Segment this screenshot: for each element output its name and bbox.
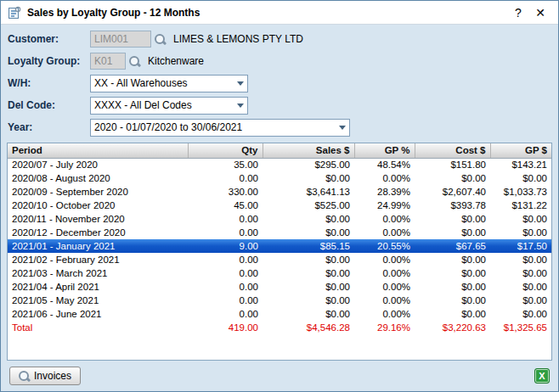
cell-gp-pct: 0.00% bbox=[354, 280, 415, 294]
cell-period: 2020/12 - December 2020 bbox=[8, 226, 188, 239]
table-row[interactable]: 2021/06 - June 20210.00$0.000.00%$0.00$0… bbox=[8, 307, 551, 321]
cell-qty: 0.00 bbox=[188, 266, 263, 280]
cell-sales: $295.00 bbox=[263, 158, 354, 171]
year-row: Year: 2020 - 01/07/2020 to 30/06/2021 bbox=[8, 119, 551, 136]
cell-gp-pct: 0.00% bbox=[354, 226, 415, 239]
cell-sales: $0.00 bbox=[263, 307, 354, 321]
cell-qty: 0.00 bbox=[188, 280, 263, 294]
column-header-cost[interactable]: Cost $ bbox=[415, 143, 490, 158]
table-row[interactable]: 2020/12 - December 20200.00$0.000.00%$0.… bbox=[8, 226, 551, 239]
cell-gp: $0.00 bbox=[490, 253, 551, 266]
period-sales-grid: Period Qty Sales $ GP % Cost $ GP $ 2020… bbox=[7, 143, 552, 361]
invoices-button[interactable]: Invoices bbox=[9, 367, 81, 385]
cell-sales: $3,641.13 bbox=[263, 185, 354, 199]
cell-sales: $0.00 bbox=[263, 212, 354, 226]
cell-period: 2020/10 - October 2020 bbox=[8, 199, 188, 212]
filter-form: Customer: LIM001 LIMES & LEMONS PTY LTD … bbox=[1, 25, 558, 143]
help-button[interactable]: ? bbox=[507, 3, 529, 22]
table-row[interactable]: 2020/09 - September 2020330.00$3,641.132… bbox=[8, 185, 551, 199]
cell-gp: $131.22 bbox=[490, 199, 551, 212]
cell-sales: $0.00 bbox=[263, 266, 354, 280]
chevron-down-icon bbox=[237, 104, 244, 108]
warehouse-label: W/H: bbox=[8, 77, 90, 89]
cell-gp-pct: 24.99% bbox=[354, 199, 415, 212]
table-row[interactable]: 2020/10 - October 202045.00$525.0024.99%… bbox=[8, 199, 551, 212]
table-total-row[interactable]: Total419.00$4,546.2829.16%$3,220.63$1,32… bbox=[8, 321, 551, 334]
cell-cost: $0.00 bbox=[415, 253, 490, 266]
warehouse-select[interactable]: XX - All Warehouses bbox=[90, 75, 248, 92]
cell-period: 2020/11 - November 2020 bbox=[8, 212, 188, 226]
cell-cost: $0.00 bbox=[415, 226, 490, 239]
column-header-sales[interactable]: Sales $ bbox=[263, 143, 354, 158]
del-code-select[interactable]: XXXX - All Del Codes bbox=[90, 97, 248, 115]
cell-gp-pct: 48.54% bbox=[354, 158, 415, 171]
cell-cost: $0.00 bbox=[415, 307, 490, 321]
cell-gp-pct: 0.00% bbox=[354, 212, 415, 226]
cell-sales: $85.15 bbox=[263, 239, 354, 253]
cell-gp-pct: 29.16% bbox=[354, 321, 415, 334]
table-row[interactable]: 2021/05 - May 20210.00$0.000.00%$0.00$0.… bbox=[8, 294, 551, 307]
column-header-period[interactable]: Period bbox=[8, 143, 188, 158]
cell-gp: $143.21 bbox=[490, 158, 551, 171]
cell-gp: $0.00 bbox=[490, 171, 551, 185]
cell-period: 2020/09 - September 2020 bbox=[8, 185, 188, 199]
cell-sales: $4,546.28 bbox=[263, 321, 354, 334]
cell-qty: 0.00 bbox=[188, 212, 263, 226]
loyalty-group-name: Kitchenware bbox=[148, 55, 204, 67]
chevron-down-icon bbox=[237, 81, 244, 86]
table-row[interactable]: 2021/03 - March 20210.00$0.000.00%$0.00$… bbox=[8, 266, 551, 280]
cell-period: 2020/08 - August 2020 bbox=[8, 171, 188, 185]
cell-cost: $393.78 bbox=[415, 199, 490, 212]
cell-qty: 0.00 bbox=[188, 226, 263, 239]
cell-period: 2020/07 - July 2020 bbox=[8, 158, 188, 171]
cell-gp-pct: 0.00% bbox=[354, 253, 415, 266]
cell-cost: $3,220.63 bbox=[415, 321, 490, 334]
cell-qty: 35.00 bbox=[188, 158, 263, 171]
year-selected-value: 2020 - 01/07/2020 to 30/06/2021 bbox=[94, 121, 336, 133]
cell-sales: $0.00 bbox=[263, 171, 354, 185]
del-code-label: Del Code: bbox=[8, 99, 90, 111]
year-select[interactable]: 2020 - 01/07/2020 to 30/06/2021 bbox=[90, 119, 350, 137]
cell-qty: 419.00 bbox=[188, 321, 263, 334]
cell-sales: $525.00 bbox=[263, 199, 354, 212]
table-row[interactable]: 2021/02 - February 20210.00$0.000.00%$0.… bbox=[8, 253, 551, 266]
customer-lookup-icon[interactable] bbox=[153, 32, 167, 46]
year-label: Year: bbox=[8, 121, 90, 133]
app-icon bbox=[8, 6, 21, 20]
customer-code-field[interactable]: LIM001 bbox=[90, 31, 151, 48]
del-code-row: Del Code: XXXX - All Del Codes bbox=[8, 97, 551, 114]
cell-cost: $0.00 bbox=[415, 294, 490, 307]
table-row[interactable]: 2020/11 - November 20200.00$0.000.00%$0.… bbox=[8, 212, 551, 226]
excel-export-button[interactable]: X bbox=[534, 368, 550, 384]
loyalty-group-code-field[interactable]: K01 bbox=[90, 53, 126, 70]
del-code-selected-value: XXXX - All Del Codes bbox=[94, 99, 234, 111]
cell-gp-pct: 0.00% bbox=[354, 266, 415, 280]
cell-period: Total bbox=[8, 321, 188, 334]
cell-gp-pct: 0.00% bbox=[354, 294, 415, 307]
column-header-gp-pct[interactable]: GP % bbox=[354, 143, 415, 158]
cell-qty: 45.00 bbox=[188, 199, 263, 212]
warehouse-row: W/H: XX - All Warehouses bbox=[8, 75, 551, 92]
table-row[interactable]: 2021/01 - January 20219.00$85.1520.55%$6… bbox=[8, 239, 551, 253]
customer-name: LIMES & LEMONS PTY LTD bbox=[173, 33, 303, 45]
close-button[interactable]: ✕ bbox=[529, 3, 551, 22]
loyalty-group-row: Loyalty Group: K01 Kitchenware bbox=[8, 53, 551, 70]
sales-by-loyalty-group-dialog: Sales by Loyalty Group - 12 Months ? ✕ C… bbox=[0, 0, 559, 392]
cell-gp: $0.00 bbox=[490, 266, 551, 280]
cell-gp-pct: 20.55% bbox=[354, 239, 415, 253]
cell-period: 2021/04 - April 2021 bbox=[8, 280, 188, 294]
cell-cost: $0.00 bbox=[415, 171, 490, 185]
chevron-down-icon bbox=[339, 126, 346, 130]
table-row[interactable]: 2021/04 - April 20210.00$0.000.00%$0.00$… bbox=[8, 280, 551, 294]
cell-qty: 0.00 bbox=[188, 307, 263, 321]
column-header-qty[interactable]: Qty bbox=[188, 143, 263, 158]
customer-row: Customer: LIM001 LIMES & LEMONS PTY LTD bbox=[8, 31, 551, 48]
column-header-gp[interactable]: GP $ bbox=[490, 143, 551, 158]
table-row[interactable]: 2020/07 - July 202035.00$295.0048.54%$15… bbox=[8, 158, 551, 171]
loyalty-group-lookup-icon[interactable] bbox=[127, 54, 141, 68]
cell-period: 2021/06 - June 2021 bbox=[8, 307, 188, 321]
table-row[interactable]: 2020/08 - August 20200.00$0.000.00%$0.00… bbox=[8, 171, 551, 185]
cell-qty: 0.00 bbox=[188, 171, 263, 185]
cell-gp: $1,325.65 bbox=[490, 321, 551, 334]
window-title: Sales by Loyalty Group - 12 Months bbox=[27, 7, 507, 19]
